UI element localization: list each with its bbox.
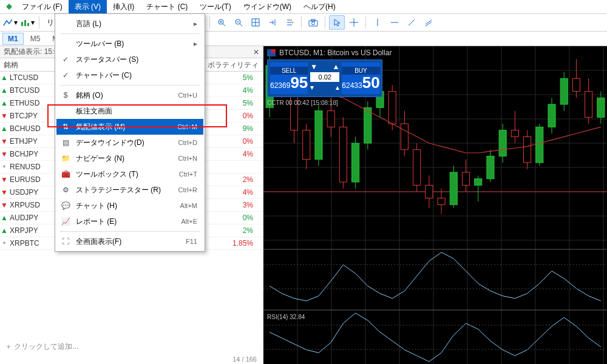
menu-item-label: 銘柄 (O) xyxy=(76,90,174,101)
timeframe-m1[interactable]: M1 xyxy=(2,33,24,45)
nav-icon: 📁 xyxy=(60,154,71,163)
symbol-icon: $ xyxy=(60,91,71,99)
fullscreen-icon: ⛶ xyxy=(60,237,71,246)
timeframe-m5[interactable]: M5 xyxy=(25,33,46,45)
blank-icon: ✓ xyxy=(60,55,71,64)
data-icon: ▤ xyxy=(60,138,71,147)
trendline-icon[interactable] xyxy=(404,15,419,30)
menu-f[interactable]: ファイル (F) xyxy=(16,0,69,14)
menu-i[interactable]: 挿入(I) xyxy=(107,0,140,14)
hline-icon[interactable] xyxy=(387,15,402,30)
menu-item[interactable]: 💬 チャット (H) Alt+M xyxy=(56,198,203,214)
symbol-count: 14 / 166 xyxy=(0,354,263,364)
chart-area[interactable]: BTCUSD, M1: Bitcoin vs US Dollar SELL 62… xyxy=(263,46,607,364)
svg-rect-74 xyxy=(364,107,371,143)
submenu-arrow-icon: ▸ xyxy=(194,19,197,28)
menu-item[interactable]: 📁 ナビゲータ (N) Ctrl+N xyxy=(56,150,203,166)
zoom-out-icon[interactable] xyxy=(231,15,246,30)
bar-chart-icon[interactable]: ▾ xyxy=(19,15,35,30)
svg-rect-80 xyxy=(401,124,408,150)
svg-rect-92 xyxy=(475,179,482,186)
menu-item[interactable]: ✓ チャートバー (C) xyxy=(56,67,203,83)
vline-icon[interactable] xyxy=(370,15,385,30)
shortcut: Ctrl+M xyxy=(177,123,197,130)
svg-rect-70 xyxy=(339,127,347,182)
menu-item-label: ストラテジーテスター (R) xyxy=(76,185,174,195)
camera-icon[interactable] xyxy=(305,15,321,30)
autoscroll-icon[interactable] xyxy=(282,15,297,30)
direction-icon: ▼ xyxy=(0,188,8,197)
sell-button[interactable]: SELL 6236995 xyxy=(270,62,308,94)
svg-rect-1 xyxy=(24,20,26,26)
blank-icon: ✓ xyxy=(60,71,71,79)
menu-item[interactable]: ⛶ 全画面表示(F) F11 xyxy=(56,234,203,249)
svg-rect-82 xyxy=(413,150,421,186)
menu-item-label: 気配値表示 (M) xyxy=(76,122,172,132)
svg-text:RSI(14) 32.84: RSI(14) 32.84 xyxy=(267,314,305,320)
direction-icon: ▲ xyxy=(0,214,8,222)
shortcut: Ctrl+N xyxy=(178,155,197,162)
direction-icon: • xyxy=(0,239,8,248)
menu-item[interactable]: ✓ ステータスバー (S) xyxy=(56,52,203,67)
add-symbol-row[interactable]: ＋ クリックして追加... xyxy=(0,339,263,354)
cursor-icon[interactable] xyxy=(329,15,345,30)
channel-icon[interactable] xyxy=(421,15,436,30)
menu-item[interactable]: 🧰 ツールボックス (T) Ctrl+T xyxy=(56,166,203,182)
menu-h[interactable]: ヘルプ(H) xyxy=(297,0,342,14)
menu-item[interactable]: 言語 (L) ▸ xyxy=(56,16,203,32)
app-icon xyxy=(4,2,15,11)
svg-rect-94 xyxy=(487,156,494,178)
direction-icon: ▼ xyxy=(0,150,8,158)
menu-t[interactable]: ツール(T) xyxy=(194,0,237,14)
shortcut: Alt+M xyxy=(180,202,197,209)
menu-item-label: ナビゲータ (N) xyxy=(76,153,174,164)
view-menu-dropdown: 言語 (L) ▸ ツールバー (B) ▸✓ ステータスバー (S) ✓ チャート… xyxy=(55,13,205,252)
svg-rect-72 xyxy=(352,143,359,182)
toolbox-icon: 🧰 xyxy=(60,170,71,178)
menu-item[interactable]: $ 銘柄 (O) Ctrl+U xyxy=(56,87,203,103)
svg-rect-84 xyxy=(426,185,433,198)
direction-icon: ▲ xyxy=(0,226,8,235)
close-icon[interactable]: ✕ xyxy=(253,48,259,56)
svg-rect-98 xyxy=(511,130,518,137)
menu-item-label: 全画面表示(F) xyxy=(76,237,181,247)
direction-icon: ▼ xyxy=(0,137,8,146)
menu-v[interactable]: 表示 (V) xyxy=(69,0,107,14)
direction-icon: ▲ xyxy=(0,99,8,107)
svg-rect-2 xyxy=(27,23,29,26)
line-chart-icon[interactable]: ▾ xyxy=(2,15,18,30)
menu-item-label: 板注文画面 xyxy=(76,106,197,116)
svg-rect-88 xyxy=(450,172,457,204)
quotes-icon: ⇅ xyxy=(60,123,71,131)
menu-item[interactable]: 板注文画面 xyxy=(56,103,203,119)
direction-icon: ▲ xyxy=(0,86,8,95)
shortcut: F11 xyxy=(186,238,197,245)
tester-icon: ⚙ xyxy=(60,186,71,194)
volume-stepper[interactable]: ▼▲ 0.02 ▾▴ xyxy=(310,62,339,94)
menubar: ファイル (F)表示 (V)挿入(I)チャート (C)ツール(T)ウインドウ(W… xyxy=(0,0,607,13)
svg-rect-100 xyxy=(524,136,531,163)
menu-item[interactable]: ⚙ ストラテジーテスター (R) Ctrl+R xyxy=(56,182,203,198)
menu-w[interactable]: ウインドウ(W) xyxy=(237,0,297,14)
shortcut: Alt+E xyxy=(181,218,197,225)
svg-rect-102 xyxy=(536,127,543,163)
svg-line-16 xyxy=(240,24,242,26)
submenu-arrow-icon: ▸ xyxy=(194,39,197,48)
svg-rect-106 xyxy=(560,78,568,104)
buy-button[interactable]: BUY 6243350 xyxy=(342,62,379,94)
market-watch-title-text: 気配値表示: 15:0 xyxy=(4,47,58,57)
grid-icon[interactable] xyxy=(248,15,263,30)
menu-item[interactable]: ツールバー (B) ▸ xyxy=(56,36,203,52)
shortcut: Ctrl+R xyxy=(178,186,197,194)
menu-item-label: レポート (E) xyxy=(76,217,176,227)
menu-c[interactable]: チャート (C) xyxy=(140,0,194,14)
zoom-in-icon[interactable] xyxy=(214,15,229,30)
direction-icon: ▼ xyxy=(0,201,8,209)
direction-icon: ▲ xyxy=(0,124,8,133)
shortcut: Ctrl+T xyxy=(179,170,197,178)
shift-icon[interactable] xyxy=(265,15,280,30)
menu-item[interactable]: ⇅ 気配値表示 (M) Ctrl+M xyxy=(56,119,203,135)
menu-item[interactable]: ▤ データウインドウ(D) Ctrl+D xyxy=(56,135,203,150)
menu-item[interactable]: 📈 レポート (E) Alt+E xyxy=(56,214,203,229)
crosshair-icon[interactable] xyxy=(346,15,362,30)
